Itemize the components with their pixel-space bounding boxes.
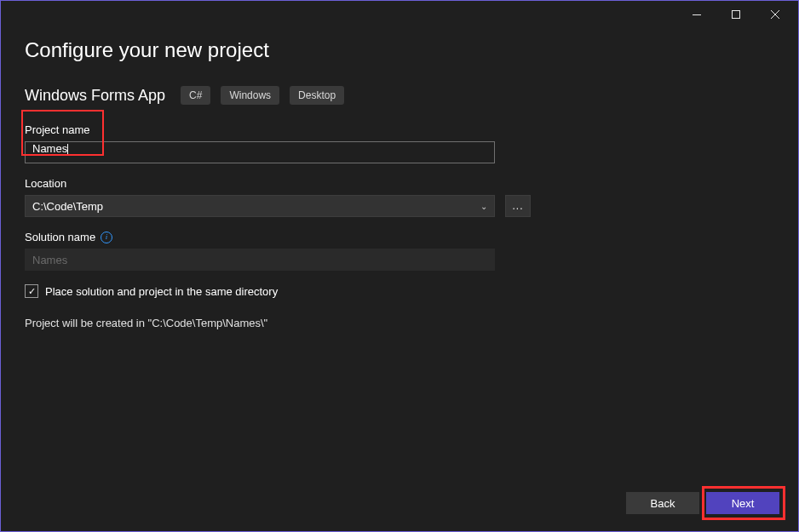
window-titlebar <box>1 1 798 28</box>
back-button[interactable]: Back <box>626 492 699 514</box>
same-directory-checkbox[interactable]: ✓ <box>25 284 38 298</box>
template-row: Windows Forms App C# Windows Desktop <box>25 86 774 105</box>
svg-rect-1 <box>733 11 740 19</box>
location-label: Location <box>25 177 774 190</box>
close-button[interactable] <box>756 1 795 28</box>
footer-buttons: Back Next <box>626 492 779 514</box>
solution-name-placeholder: Names <box>32 254 67 266</box>
info-icon[interactable]: i <box>101 232 112 243</box>
location-value: C:\Code\Temp <box>32 200 103 213</box>
same-directory-label: Place solution and project in the same d… <box>45 285 278 298</box>
content-area: Configure your new project Windows Forms… <box>1 28 798 329</box>
template-name: Windows Forms App <box>25 87 165 105</box>
same-directory-row: ✓ Place solution and project in the same… <box>25 284 774 298</box>
solution-name-input: Names <box>25 249 495 271</box>
project-name-group: Project name Names <box>25 123 774 163</box>
location-select[interactable]: C:\Code\Temp ⌄ <box>25 195 495 217</box>
tag-desktop: Desktop <box>290 86 344 105</box>
text-caret <box>67 144 68 156</box>
project-name-value: Names <box>32 142 67 155</box>
next-button[interactable]: Next <box>706 492 779 514</box>
solution-name-label-text: Solution name <box>25 231 95 243</box>
minimize-button[interactable] <box>677 1 716 28</box>
tag-csharp: C# <box>181 86 210 105</box>
project-path-info: Project will be created in "C:\Code\Temp… <box>25 317 774 329</box>
tag-windows: Windows <box>221 86 279 105</box>
project-name-input[interactable]: Names <box>25 141 495 163</box>
solution-name-label: Solution name i <box>25 231 774 243</box>
svg-rect-0 <box>693 14 701 15</box>
maximize-button[interactable] <box>716 1 756 28</box>
page-title: Configure your new project <box>25 38 774 62</box>
solution-name-group: Solution name i Names <box>25 231 774 271</box>
location-group: Location C:\Code\Temp ⌄ ... <box>25 177 774 217</box>
project-name-label: Project name <box>25 123 774 136</box>
browse-button[interactable]: ... <box>505 195 531 217</box>
chevron-down-icon: ⌄ <box>480 202 487 211</box>
